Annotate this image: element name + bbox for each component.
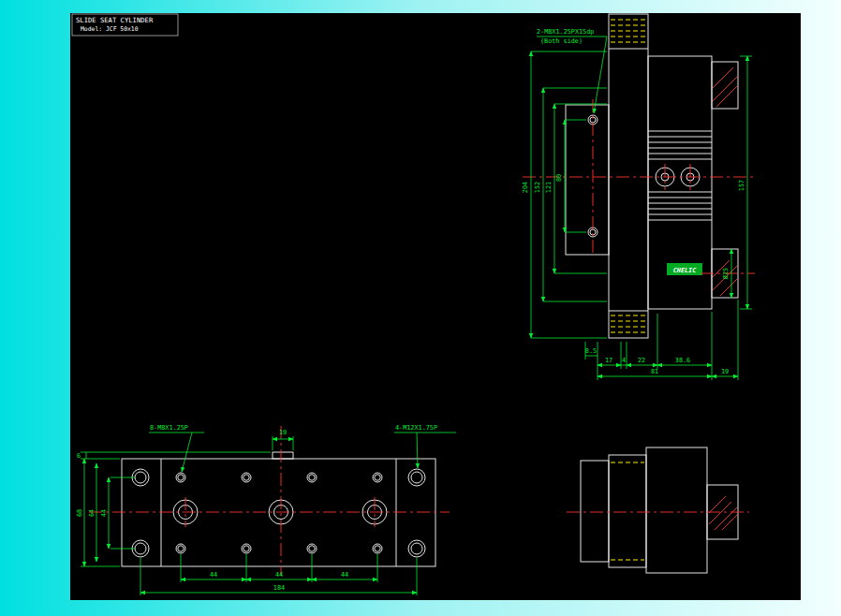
- cad-drawing-viewport: SLIDE SEAT CYLINDER Model: JCF 50x10: [0, 0, 841, 616]
- dim-8-5: 8.5: [585, 347, 597, 355]
- logo-text: CHELIC: [673, 267, 697, 274]
- dim-22: 22: [638, 357, 645, 364]
- cad-drawing-svg: SLIDE SEAT CYLINDER Model: JCF 50x10: [0, 0, 841, 616]
- dim-204: 204: [522, 182, 529, 193]
- label-m8: 8-M8X1.25P: [150, 424, 188, 432]
- dim-121: 121: [545, 182, 553, 193]
- dim-64: 64: [88, 509, 96, 517]
- dim-44-vertical: 44: [100, 509, 108, 517]
- dim-68: 68: [76, 509, 83, 517]
- dim-44-1: 44: [210, 571, 217, 579]
- dim-19-side: 19: [721, 368, 729, 375]
- dim-184: 184: [273, 584, 285, 592]
- dim-dia25: Ø25: [722, 268, 730, 279]
- dim-44-3: 44: [341, 571, 348, 579]
- dim-152: 152: [534, 182, 541, 193]
- dim-80: 80: [555, 174, 563, 182]
- brand-logo: CHELIC: [667, 263, 702, 275]
- dim-17: 17: [605, 357, 612, 364]
- label-m12: 4-M12X1.75P: [395, 424, 437, 432]
- dim-4: 4: [622, 357, 626, 364]
- dim-157: 157: [738, 180, 745, 191]
- dim-19-plan: 19: [279, 429, 287, 436]
- dim-6: 6: [77, 452, 81, 460]
- thread-note-line1: 2-M8X1.25PX15dp: [537, 28, 594, 36]
- drawing-title: SLIDE SEAT CYLINDER: [76, 16, 154, 24]
- drawing-model: Model: JCF 50x10: [81, 25, 139, 33]
- dim-38-6: 38.6: [675, 357, 690, 364]
- dim-44-2: 44: [275, 571, 283, 579]
- dim-81: 81: [651, 368, 658, 375]
- thread-note-line2: (Both side): [540, 37, 583, 45]
